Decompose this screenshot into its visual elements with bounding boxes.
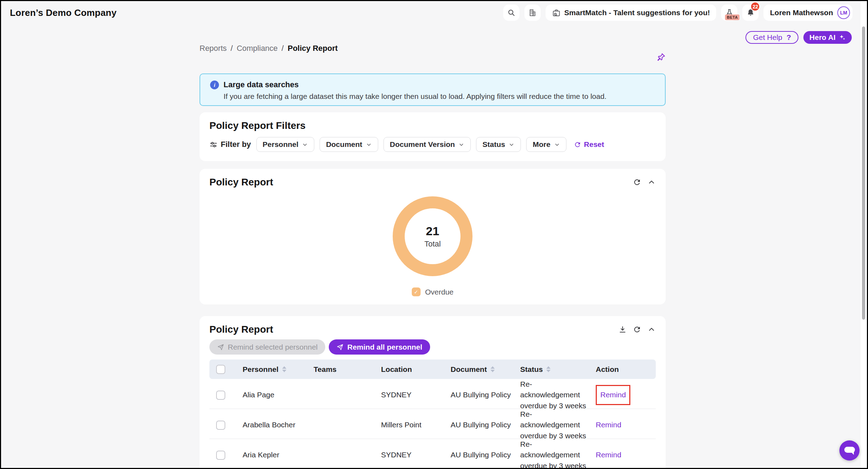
filter-dropdown-status[interactable]: Status (476, 137, 521, 152)
donut-total-value: 21 (426, 224, 439, 238)
chat-launcher-button[interactable] (839, 440, 860, 461)
breadcrumb: Reports / Compliance / Policy Report (200, 44, 338, 53)
table-card-title: Policy Report (209, 324, 273, 335)
refresh-icon[interactable] (633, 325, 641, 334)
paper-plane-icon (337, 344, 344, 351)
avatar: LM (837, 6, 850, 19)
hero-ai-button[interactable]: Hero AI (803, 31, 852, 44)
reset-icon (574, 141, 581, 148)
table-row: Aria Kepler SYDNEY AU Bullying Policy Re… (209, 439, 656, 469)
row-checkbox[interactable] (216, 391, 225, 400)
legend-label: Overdue (425, 288, 454, 296)
scrollbar-track[interactable] (861, 1, 867, 468)
chevron-down-icon (554, 142, 560, 148)
notifications-button[interactable]: 22 (742, 5, 759, 21)
location-cell: Millers Point (381, 420, 451, 430)
donut-ring: 21 Total (393, 196, 472, 276)
donut-center-label: Total (424, 239, 441, 249)
chart-card-title: Policy Report (209, 177, 273, 188)
filters-card-title: Policy Report Filters (209, 120, 656, 131)
banner-title: Large data searches (224, 80, 299, 89)
remind-link[interactable]: Remind (600, 391, 626, 399)
location-cell: SYDNEY (381, 390, 451, 400)
status-cell: Re-acknowledgement overdue by 3 weeks (520, 439, 591, 469)
filter-row: Filter by Personnel Document Document Ve… (209, 137, 656, 152)
get-help-button[interactable]: Get Help ? (745, 31, 798, 44)
filter-by-label-group: Filter by (209, 140, 251, 149)
smartmatch-banner-button[interactable]: SmartMatch - Talent suggestions for you! (546, 5, 717, 21)
breadcrumb-reports[interactable]: Reports (200, 44, 227, 53)
company-switcher-button[interactable] (524, 5, 541, 21)
labs-button[interactable]: BETA (721, 5, 737, 21)
refresh-icon[interactable] (633, 178, 641, 186)
filter-dropdown-personnel[interactable]: Personnel (256, 137, 315, 152)
column-header-action: Action (596, 365, 656, 374)
collapse-icon[interactable] (647, 178, 656, 186)
topbar-actions: SmartMatch - Talent suggestions for you!… (503, 5, 852, 21)
column-header-personnel[interactable]: Personnel (243, 365, 314, 374)
scrollbar-thumb[interactable] (862, 26, 865, 320)
legend-item-overdue[interactable]: ✓ Overdue (412, 287, 454, 296)
document-cell: AU Bullying Policy (451, 420, 520, 430)
remind-link[interactable]: Remind (596, 421, 621, 429)
smartmatch-icon (552, 8, 561, 17)
column-header-status[interactable]: Status (520, 365, 596, 374)
column-header-location: Location (381, 365, 451, 374)
collapse-icon[interactable] (647, 325, 656, 334)
select-all-checkbox[interactable] (216, 365, 225, 374)
personnel-cell: Aria Kepler (243, 450, 314, 460)
download-icon[interactable] (618, 325, 627, 334)
chevron-down-icon (302, 142, 308, 148)
sort-icon[interactable] (282, 366, 286, 372)
remind-selected-label: Remind selected personnel (228, 343, 317, 351)
speech-bubble-icon (844, 447, 855, 453)
filter-dropdown-more[interactable]: More (526, 137, 566, 152)
topbar: Loren’s Demo Company (0, 0, 868, 25)
personnel-cell: Arabella Bocher (243, 420, 314, 430)
location-cell: SYDNEY (381, 450, 451, 460)
column-header-document[interactable]: Document (451, 365, 520, 374)
filter-dropdown-document[interactable]: Document (320, 137, 378, 152)
legend-checkbox[interactable]: ✓ (412, 287, 421, 296)
breadcrumb-separator: / (231, 44, 233, 53)
user-menu[interactable]: Loren Mathewson LM (763, 5, 852, 21)
table-header-row: Personnel Teams Location Document Status… (209, 360, 656, 379)
reset-filters-button[interactable]: Reset (574, 140, 604, 149)
policy-report-table-card: Policy Report Remind selected personnel … (200, 316, 666, 469)
sparkles-icon (839, 34, 846, 41)
policy-report-filters-card: Policy Report Filters Filter by Personne… (200, 112, 666, 161)
chevron-down-icon (458, 142, 464, 148)
row-checkbox[interactable] (216, 451, 225, 460)
info-icon: i (210, 81, 219, 89)
chevron-down-icon (366, 142, 372, 148)
sort-icon[interactable] (491, 366, 495, 372)
filter-by-label: Filter by (221, 140, 251, 149)
table-row: Alia Page SYDNEY AU Bullying Policy Re-a… (209, 379, 656, 409)
smartmatch-label: SmartMatch - Talent suggestions for you! (564, 8, 710, 17)
reset-label: Reset (584, 140, 604, 149)
row-checkbox[interactable] (216, 421, 225, 430)
document-cell: AU Bullying Policy (451, 450, 520, 460)
page-actions: Get Help ? Hero AI (745, 31, 852, 44)
policy-report-chart-card: Policy Report 21 Total ✓ Overdue (200, 169, 666, 304)
filter-dropdown-document-version[interactable]: Document Version (384, 137, 471, 152)
annotation-highlight-box: Remind (596, 385, 630, 405)
company-name: Loren’s Demo Company (10, 7, 117, 18)
breadcrumb-compliance[interactable]: Compliance (237, 44, 278, 53)
pin-icon[interactable] (656, 52, 666, 62)
status-cell: Re-acknowledgement overdue by 3 weeks (520, 409, 591, 441)
paper-plane-icon (217, 344, 224, 351)
donut-chart: 21 Total ✓ Overdue (209, 188, 656, 296)
remind-link[interactable]: Remind (596, 451, 621, 459)
notification-count-badge: 22 (750, 2, 760, 11)
banner-message: If you are fetching a large dataset this… (224, 92, 655, 101)
remind-all-button[interactable]: Remind all personnel (329, 339, 430, 355)
remind-selected-button[interactable]: Remind selected personnel (209, 339, 325, 355)
table-row: Arabella Bocher Millers Point AU Bullyin… (209, 409, 656, 439)
info-banner: i Large data searches If you are fetchin… (200, 73, 666, 106)
sliders-icon (209, 141, 218, 149)
column-header-teams: Teams (314, 365, 381, 374)
search-button[interactable] (503, 5, 519, 21)
sort-icon[interactable] (546, 366, 551, 372)
document-cell: AU Bullying Policy (451, 390, 520, 400)
